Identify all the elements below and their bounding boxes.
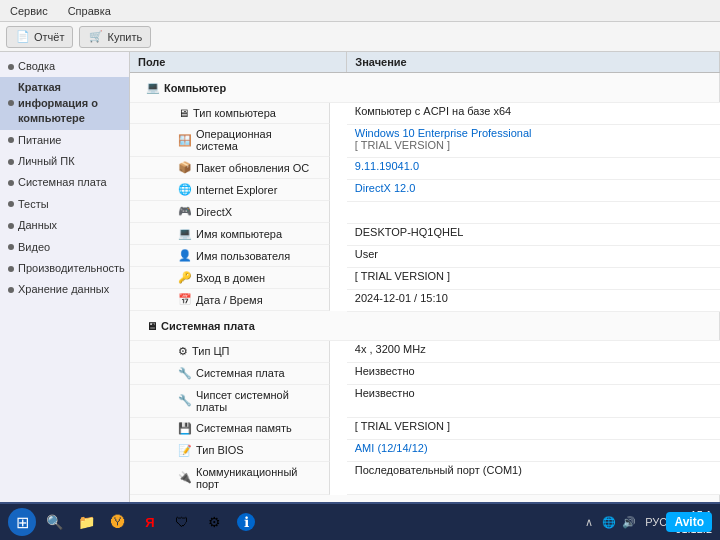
menu-item-service[interactable]: Сервис — [4, 4, 54, 18]
dot-icon — [8, 100, 14, 106]
value-cell: Windows 10 Enterprise Professional [ TRI… — [347, 124, 720, 157]
search-button[interactable]: 🔍 — [40, 508, 68, 536]
sidebar-item-computer-info[interactable]: Краткая информация о компьютере — [0, 77, 129, 129]
buy-button[interactable]: 🛒 Купить — [79, 26, 151, 48]
value-cell — [347, 201, 720, 223]
value-cell: [ TRIAL VERSION ] — [347, 267, 720, 289]
volume-icon[interactable]: 🔊 — [621, 514, 637, 530]
value-cell: Компьютер с ACPI на базе x64 — [347, 103, 720, 125]
row-icon: 💻 — [178, 227, 192, 240]
sidebar-item-motherboard[interactable]: Системная плата — [0, 172, 129, 193]
table-row: 💾Системная память [ TRIAL VERSION ] — [130, 418, 720, 440]
bios-link[interactable]: AMI (12/14/12) — [355, 442, 428, 454]
network-icon[interactable]: 🌐 — [601, 514, 617, 530]
dot-icon — [8, 64, 14, 70]
table-row: 🔌Коммуникационный порт Последовательный … — [130, 462, 720, 495]
row-icon: 🎮 — [178, 205, 192, 218]
search-icon: 🔍 — [46, 514, 63, 530]
info-icon: ℹ — [237, 513, 255, 531]
sidebar-item-data[interactable]: Данных — [0, 215, 129, 236]
dx-link[interactable]: DirectX 12.0 — [355, 182, 416, 194]
dot-icon — [8, 223, 14, 229]
mb-section-icon: 🖥 — [146, 320, 157, 332]
cart-icon: 🛒 — [88, 29, 104, 45]
report-button[interactable]: 📄 Отчёт — [6, 26, 73, 48]
menu-item-help[interactable]: Справка — [62, 4, 117, 18]
value-cell: 9.11.19041.0 — [347, 157, 720, 179]
os-link[interactable]: Windows 10 Enterprise Professional — [355, 127, 532, 139]
value-cell: AMI (12/14/12) — [347, 440, 720, 462]
trial-text: [ TRIAL VERSION ] — [355, 139, 450, 151]
folder-icon: 📁 — [78, 514, 95, 530]
table-row: 🔑Вход в домен [ TRIAL VERSION ] — [130, 267, 720, 289]
value-cell: 4x , 3200 MHz — [347, 340, 720, 363]
windows-icon: ⊞ — [16, 513, 29, 532]
row-icon: 🔧 — [178, 394, 192, 407]
section-motherboard: 🖥 Системная плата — [130, 311, 720, 340]
sidebar-item-video[interactable]: Видео — [0, 237, 129, 258]
yandex-button[interactable]: Я — [136, 508, 164, 536]
dot-icon — [8, 244, 14, 250]
table-row: 📦Пакет обновления ОС 9.11.19041.0 — [130, 157, 720, 179]
table-row: 💻Имя компьютера DESKTOP-HQ1QHEL — [130, 223, 720, 245]
avito-badge: Avito — [666, 512, 712, 532]
dot-icon — [8, 266, 14, 272]
value-cell: DirectX 12.0 — [347, 179, 720, 201]
file-explorer-button[interactable]: 📁 — [72, 508, 100, 536]
taskbar: ⊞ 🔍 📁 🅨 Я 🛡 ⚙ ℹ ∧ 🌐 🔊 РУС 15 — [0, 502, 720, 540]
sidebar-item-performance[interactable]: Производительность — [0, 258, 129, 279]
shield-button[interactable]: 🛡 — [168, 508, 196, 536]
value-cell: DESKTOP-HQ1QHEL — [347, 223, 720, 245]
yandex-icon: Я — [145, 515, 154, 530]
table-row: 🔧Чипсет системной платы Неизвестно — [130, 385, 720, 418]
row-icon: ⚙ — [178, 345, 188, 358]
table-row: 🔧Системная плата Неизвестно — [130, 363, 720, 385]
gear-icon: ⚙ — [208, 514, 221, 530]
taskbar-left: ⊞ 🔍 📁 🅨 Я 🛡 ⚙ ℹ — [8, 508, 260, 536]
dot-icon — [8, 137, 14, 143]
row-icon: 💾 — [178, 422, 192, 435]
up-arrow-icon[interactable]: ∧ — [581, 514, 597, 530]
gear-button[interactable]: ⚙ — [200, 508, 228, 536]
row-icon: 📦 — [178, 161, 192, 174]
shield-icon: 🛡 — [175, 514, 189, 530]
row-icon: 📝 — [178, 444, 192, 457]
toolbar: 📄 Отчёт 🛒 Купить — [0, 22, 720, 52]
table-row: 🌐Internet Explorer DirectX 12.0 — [130, 179, 720, 201]
language-indicator[interactable]: РУС — [645, 516, 667, 528]
dot-icon — [8, 180, 14, 186]
sidebar-item-tests[interactable]: Тесты — [0, 194, 129, 215]
sp-link[interactable]: 9.11.19041.0 — [355, 160, 419, 172]
col-field-header: Поле — [130, 52, 347, 73]
browser-icon: 🅨 — [111, 514, 125, 530]
row-icon: 🔌 — [178, 471, 192, 484]
sidebar-item-power[interactable]: Питание — [0, 130, 129, 151]
section-display: 🖥 Отображение — [130, 495, 720, 503]
table-row: 📝Тип BIOS AMI (12/14/12) — [130, 440, 720, 462]
start-button[interactable]: ⊞ — [8, 508, 36, 536]
sidebar-item-storage[interactable]: Хранение данных — [0, 279, 129, 300]
info-button[interactable]: ℹ — [232, 508, 260, 536]
value-cell: Последовательный порт (COM1) — [347, 462, 720, 495]
browser-button[interactable]: 🅨 — [104, 508, 132, 536]
dot-icon — [8, 201, 14, 207]
row-icon: 🔧 — [178, 367, 192, 380]
sidebar-item-summary[interactable]: Сводка — [0, 56, 129, 77]
row-icon: 🪟 — [178, 134, 192, 147]
main-content: Сводка Краткая информация о компьютере П… — [0, 52, 720, 502]
row-icon: 🔑 — [178, 271, 192, 284]
row-icon: 🌐 — [178, 183, 192, 196]
row-icon: 📅 — [178, 293, 192, 306]
dot-icon — [8, 159, 14, 165]
info-table: Поле Значение 💻 Компьютер 🖥Тип компьютер… — [130, 52, 720, 502]
table-row: 👤Имя пользователя User — [130, 245, 720, 267]
sidebar-item-personal-pc[interactable]: Личный ПК — [0, 151, 129, 172]
table-row: 🖥Тип компьютера Компьютер с ACPI на базе… — [130, 103, 720, 125]
value-cell: Неизвестно — [347, 385, 720, 418]
dot-icon — [8, 287, 14, 293]
section-computer: 💻 Компьютер — [130, 73, 720, 103]
table-row: 🎮DirectX — [130, 201, 720, 223]
col-value-header: Значение — [347, 52, 720, 73]
value-cell: User — [347, 245, 720, 267]
table-row: ⚙Тип ЦП 4x , 3200 MHz — [130, 340, 720, 363]
